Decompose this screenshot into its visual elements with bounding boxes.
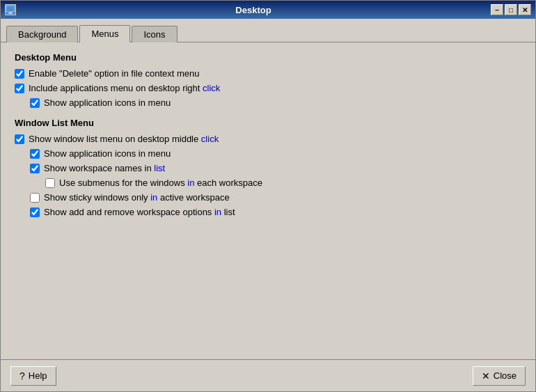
show-workspace-names-checkbox[interactable]	[30, 164, 40, 173]
use-submenus-label: Use submenus for the windows in each wor…	[59, 178, 262, 188]
list-item: Show window list menu on desktop middle …	[15, 134, 521, 144]
enable-delete-checkbox[interactable]	[15, 69, 24, 79]
close-label: Close	[494, 370, 517, 381]
minimize-button[interactable]: –	[491, 4, 503, 15]
list-item: Show workspace names in list	[30, 163, 521, 173]
content-area: Desktop Menu Enable "Delete" option in f…	[1, 42, 535, 359]
svg-rect-0	[6, 6, 15, 12]
include-apps-menu-label: Include applications menu on desktop rig…	[29, 83, 220, 93]
help-button[interactable]: ? Help	[10, 366, 56, 386]
svg-rect-2	[8, 13, 13, 14]
titlebar: Desktop – □ ✕	[1, 1, 535, 19]
svg-rect-1	[9, 12, 12, 13]
show-add-remove-label: Show add and remove workspace options in…	[44, 207, 235, 217]
help-icon: ?	[19, 370, 25, 382]
enable-delete-label: Enable "Delete" option in file context m…	[29, 68, 200, 79]
show-workspace-names-label: Show workspace names in list	[44, 163, 165, 173]
desktop-icon	[5, 4, 16, 15]
list-item: Show sticky windows only in active works…	[30, 192, 521, 203]
list-item: Show application icons in menu	[30, 97, 521, 108]
list-item: Show application icons in menu	[30, 148, 521, 159]
close-icon: ✕	[482, 370, 490, 382]
use-submenus-checkbox[interactable]	[45, 178, 55, 188]
click-link2: click	[201, 134, 219, 144]
in-link1: in	[187, 178, 194, 188]
show-app-icons-desktop-label: Show application icons in menu	[44, 97, 171, 108]
desktop-menu-section: Desktop Menu Enable "Delete" option in f…	[15, 52, 521, 108]
show-window-list-checkbox[interactable]	[15, 134, 24, 144]
in-link2: in	[150, 192, 157, 203]
list-item: Include applications menu on desktop rig…	[15, 83, 521, 93]
titlebar-controls: – □ ✕	[491, 4, 531, 15]
tab-menus[interactable]: Menus	[79, 25, 130, 42]
footer: ? Help ✕ Close	[1, 359, 535, 391]
tab-icons[interactable]: Icons	[132, 26, 177, 42]
show-window-list-label: Show window list menu on desktop middle …	[29, 134, 219, 144]
desktop-menu-title: Desktop Menu	[15, 52, 521, 63]
maximize-button[interactable]: □	[505, 4, 517, 15]
list-link: list	[154, 163, 165, 173]
tabs-bar: Background Menus Icons	[1, 19, 535, 42]
list-item: Use submenus for the windows in each wor…	[45, 178, 521, 188]
in-link3: in	[214, 207, 221, 217]
show-sticky-checkbox[interactable]	[30, 193, 40, 203]
show-add-remove-checkbox[interactable]	[30, 207, 40, 217]
window-title: Desktop	[16, 5, 491, 15]
titlebar-left	[5, 4, 16, 15]
show-app-icons-window-checkbox[interactable]	[30, 149, 40, 159]
close-button[interactable]: ✕	[519, 4, 531, 15]
show-app-icons-desktop-checkbox[interactable]	[30, 98, 40, 108]
help-label: Help	[29, 370, 47, 381]
window-list-menu-section: Window List Menu Show window list menu o…	[15, 118, 521, 217]
include-apps-menu-checkbox[interactable]	[15, 84, 24, 93]
desktop-window: Desktop – □ ✕ Background Menus Icons Des…	[0, 0, 536, 392]
show-app-icons-window-label: Show application icons in menu	[44, 148, 171, 159]
window-list-menu-title: Window List Menu	[15, 118, 521, 128]
show-sticky-label: Show sticky windows only in active works…	[44, 192, 230, 203]
tab-background[interactable]: Background	[6, 26, 78, 42]
list-item: Enable "Delete" option in file context m…	[15, 68, 521, 79]
close-dialog-button[interactable]: ✕ Close	[473, 366, 526, 386]
click-link: click	[203, 83, 220, 93]
list-item: Show add and remove workspace options in…	[30, 207, 521, 217]
